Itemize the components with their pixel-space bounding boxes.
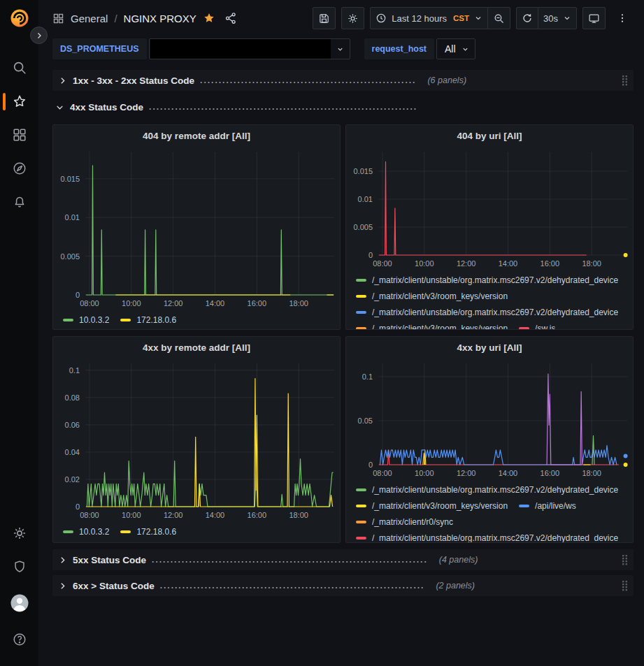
sidebar-item-alerting[interactable] — [0, 185, 38, 219]
svg-text:0.05: 0.05 — [358, 417, 373, 425]
sidebar-item-explore[interactable] — [0, 152, 38, 185]
svg-text:14:00: 14:00 — [206, 299, 225, 307]
svg-text:16:00: 16:00 — [541, 259, 560, 268]
svg-text:10:00: 10:00 — [122, 511, 141, 519]
legend-item[interactable]: 172.18.0.6 — [120, 312, 176, 328]
sidebar-item-settings[interactable] — [9, 516, 30, 550]
sidebar-item-dashboards[interactable] — [0, 118, 38, 152]
dashboard-title[interactable]: NGINX PROXY — [124, 13, 196, 24]
time-series-plot[interactable]: 00.050.108:0010:0012:0014:0016:0018:00 — [346, 358, 633, 480]
main-content: General / NGINX PROXY — [38, 0, 644, 666]
time-series-plot[interactable]: 00.020.040.060.080.108:0010:0012:0014:00… — [53, 358, 340, 522]
svg-text:12:00: 12:00 — [164, 511, 183, 519]
row-drag-handle[interactable] — [622, 580, 628, 591]
save-icon — [318, 13, 330, 24]
more-options-button[interactable] — [611, 7, 634, 29]
cycle-view-button[interactable] — [582, 7, 606, 29]
top-nav: General / NGINX PROXY — [52, 0, 634, 36]
ds-prometheus-select[interactable] — [149, 38, 350, 59]
panel-legend: 10.0.3.2172.18.0.6 — [53, 522, 340, 540]
svg-text:0.04: 0.04 — [65, 448, 80, 456]
star-icon — [12, 94, 27, 109]
legend-item[interactable]: 10.0.3.2 — [63, 523, 109, 540]
legend-swatch — [356, 537, 366, 540]
svg-text:12:00: 12:00 — [457, 469, 476, 477]
row-5xx[interactable]: 5xx Status Code ........................… — [52, 549, 634, 570]
legend-label: 10.0.3.2 — [79, 315, 109, 325]
refresh-interval-picker[interactable]: 30s — [538, 7, 577, 29]
timezone-label: CST — [453, 14, 469, 22]
apps-icon[interactable] — [52, 13, 64, 24]
row-1xx-3xx-2xx[interactable]: 1xx - 3xx - 2xx Status Code ............… — [52, 70, 634, 91]
zoom-out-time-button[interactable] — [487, 7, 510, 29]
chevron-down-icon — [563, 14, 571, 22]
row-drag-handle[interactable] — [622, 75, 628, 86]
request-host-select[interactable]: All — [436, 38, 475, 59]
time-series-plot[interactable]: 00.0050.010.01508:0010:0012:0014:0016:00… — [346, 146, 633, 270]
chevron-down-icon — [55, 103, 64, 112]
svg-text:14:00: 14:00 — [499, 259, 518, 268]
chevron-right-icon — [58, 556, 67, 565]
time-range-picker[interactable]: Last 12 hours CST — [370, 7, 488, 29]
legend-item[interactable]: /_matrix/client/v3/room_keys/version — [356, 498, 508, 514]
chevron-right-icon — [35, 31, 43, 40]
legend-item[interactable]: /_matrix/client/unstable/org.matrix.msc2… — [356, 482, 618, 498]
bell-icon — [12, 194, 27, 210]
legend-item[interactable]: 172.18.0.6 — [120, 523, 176, 540]
dashboard-settings-button[interactable] — [341, 7, 364, 29]
chevron-down-icon — [474, 14, 482, 22]
legend-item[interactable]: /_matrix/client/unstable/org.matrix.msc2… — [356, 272, 618, 288]
panel-title[interactable]: 4xx by remote addr [All] — [53, 337, 340, 358]
legend-item[interactable]: /api/live/ws — [519, 498, 576, 514]
legend-item[interactable]: /_matrix/client/unstable/org.matrix.msc2… — [356, 530, 618, 542]
sidebar-expand-button[interactable] — [30, 27, 48, 44]
panel-legend: 10.0.3.2172.18.0.6 — [53, 310, 340, 328]
panel-4xx-by-uri: 4xx by uri [All] 00.050.108:0010:0012:00… — [345, 336, 634, 543]
svg-text:14:00: 14:00 — [206, 511, 225, 519]
share-icon[interactable] — [224, 12, 237, 24]
legend-item[interactable]: /_matrix/client/r0/sync — [356, 514, 453, 530]
svg-text:0.02: 0.02 — [65, 475, 80, 484]
svg-text:0.06: 0.06 — [65, 421, 80, 429]
dashboard-body: 1xx - 3xx - 2xx Status Code ............… — [52, 66, 634, 666]
time-series-plot[interactable]: 00.0050.010.01508:0010:0012:0014:0016:00… — [53, 146, 340, 310]
svg-text:10:00: 10:00 — [415, 259, 434, 268]
gear-icon — [347, 13, 359, 24]
panel-row-top: 404 by remote addr [All] 00.0050.010.015… — [52, 124, 634, 330]
breadcrumb-section[interactable]: General — [71, 13, 108, 24]
legend-label: 10.0.3.2 — [79, 527, 109, 537]
row-6xx[interactable]: 6xx > Status Code ......................… — [52, 575, 634, 596]
panel-title[interactable]: 404 by uri [All] — [346, 125, 633, 146]
panel-title[interactable]: 4xx by uri [All] — [346, 337, 633, 358]
favorite-star-icon[interactable] — [203, 12, 215, 24]
row-panel-count: (2 panels) — [436, 581, 475, 591]
sidebar-item-server-admin[interactable] — [9, 550, 30, 584]
avatar — [9, 593, 30, 614]
svg-text:0: 0 — [368, 251, 373, 259]
legend-swatch — [519, 327, 529, 330]
sidebar-item-profile[interactable] — [9, 584, 30, 623]
sidebar-item-starred[interactable] — [0, 85, 38, 118]
legend-item[interactable]: /_matrix/client/unstable/org.matrix.msc2… — [356, 304, 618, 320]
save-dashboard-button[interactable] — [313, 7, 336, 29]
legend-item[interactable]: /sw.js — [519, 320, 555, 329]
panel-row-bottom: 4xx by remote addr [All] 00.020.040.060.… — [52, 336, 634, 543]
sidebar-item-search[interactable] — [0, 51, 38, 85]
active-indicator — [3, 93, 6, 110]
row-drag-handle[interactable] — [622, 554, 628, 565]
refresh-interval-label: 30s — [543, 13, 558, 24]
legend-item[interactable]: /_matrix/client/v3/room_keys/version — [356, 320, 508, 329]
row-4xx[interactable]: 4xx Status Code ........................… — [52, 96, 634, 117]
refresh-button[interactable] — [516, 7, 538, 29]
legend-item[interactable]: /_matrix/client/v3/room_keys/version — [356, 288, 508, 304]
panel-title[interactable]: 404 by remote addr [All] — [53, 125, 340, 146]
row-dots: ........................................… — [152, 555, 428, 565]
sidebar-item-help[interactable] — [9, 623, 30, 656]
panel-404-by-remote-addr: 404 by remote addr [All] 00.0050.010.015… — [52, 124, 341, 330]
sidebar-bottom — [9, 516, 30, 656]
panel-4xx-by-remote-addr: 4xx by remote addr [All] 00.020.040.060.… — [52, 336, 341, 543]
grafana-logo[interactable] — [0, 8, 38, 29]
svg-text:0.015: 0.015 — [353, 167, 373, 175]
svg-text:12:00: 12:00 — [164, 299, 183, 307]
legend-item[interactable]: 10.0.3.2 — [63, 312, 109, 328]
